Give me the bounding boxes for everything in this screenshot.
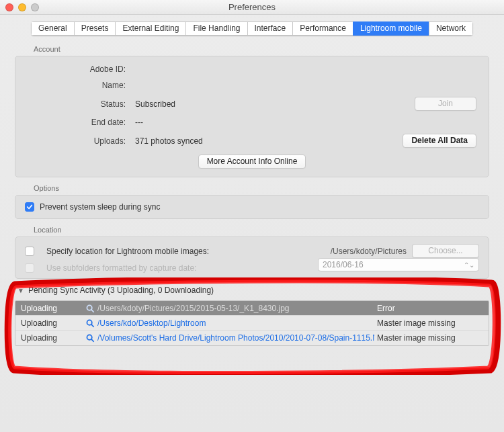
svg-line-3	[91, 324, 93, 326]
sync-row[interactable]: Uploading /Users/kdo/Desktop/Lightroom M…	[15, 316, 489, 331]
sync-status-header: Uploading	[15, 304, 83, 313]
pending-sync-title: Pending Sync Activity (3 Uploading, 0 Do…	[28, 286, 214, 295]
uploads-value: 371 photos synced	[135, 136, 355, 146]
sync-error-2: Master image missing	[374, 333, 489, 343]
sync-row[interactable]: Uploading /Volumes/Scott's Hard Drive/Li…	[15, 331, 489, 345]
location-group: Specify location for Lightroom mobile im…	[15, 236, 489, 279]
delete-all-data-button[interactable]: Delete All Data	[403, 134, 476, 148]
options-group: Prevent system sleep during sync	[15, 195, 489, 219]
tab-lightroom-mobile[interactable]: Lightroom mobile	[353, 21, 429, 36]
prevent-sleep-checkbox[interactable]	[25, 202, 34, 212]
tab-performance[interactable]: Performance	[292, 21, 353, 36]
pending-sync-header[interactable]: ▼ Pending Sync Activity (3 Uploading, 0 …	[17, 286, 489, 295]
checkmark-icon	[26, 204, 33, 210]
tab-file-handling[interactable]: File Handling	[185, 21, 247, 36]
window-title: Preferences	[228, 2, 276, 12]
magnifier-icon[interactable]	[85, 318, 95, 328]
disclosure-triangle-icon[interactable]: ▼	[17, 287, 24, 294]
prevent-sleep-label: Prevent system sleep during sync	[40, 202, 160, 212]
account-section-label: Account	[34, 45, 489, 53]
close-window-button[interactable]	[5, 3, 13, 11]
specify-location-checkbox[interactable]	[25, 247, 34, 256]
tab-network[interactable]: Network	[429, 21, 473, 36]
chevron-updown-icon: ⌃⌄	[464, 261, 474, 269]
tab-general[interactable]: General	[31, 21, 74, 36]
magnifier-icon[interactable]	[85, 304, 95, 313]
pending-sync-table: Uploading /Users/kdoty/Pictures/2015/201…	[15, 300, 489, 346]
uploads-label: Uploads:	[28, 136, 135, 146]
pending-sync-section: ▼ Pending Sync Activity (3 Uploading, 0 …	[15, 286, 489, 346]
minimize-window-button[interactable]	[18, 3, 26, 11]
sync-status-1: Uploading	[15, 318, 83, 328]
name-label: Name:	[28, 81, 135, 90]
specify-location-label: Specify location for Lightroom mobile im…	[46, 247, 280, 256]
content-area: Account Adobe ID: Name: Status: Subscrib…	[0, 45, 504, 346]
sync-error-0: Error	[374, 304, 489, 313]
sync-error-1: Master image missing	[374, 318, 489, 328]
preferences-tabstrip: General Presets External Editing File Ha…	[0, 15, 504, 41]
titlebar: Preferences	[0, 0, 504, 15]
end-date-value: ---	[135, 118, 355, 127]
use-subfolders-checkbox[interactable]	[25, 263, 34, 273]
join-button[interactable]: Join	[415, 97, 476, 111]
sync-status-2: Uploading	[15, 333, 83, 343]
account-group: Adobe ID: Name: Status: Subscribed Join …	[15, 56, 489, 177]
sync-path-0[interactable]: /Users/kdoty/Pictures/2015/2015-05-13/_K…	[97, 304, 374, 313]
end-date-label: End date:	[28, 118, 135, 127]
tab-external-editing[interactable]: External Editing	[115, 21, 185, 36]
sync-path-1[interactable]: /Users/kdo/Desktop/Lightroom	[97, 318, 374, 328]
subfolder-format-select[interactable]: 2016/06-16 ⌃⌄	[318, 258, 479, 271]
status-value: Subscribed	[135, 99, 355, 109]
status-label: Status:	[28, 99, 135, 109]
tab-interface[interactable]: Interface	[247, 21, 293, 36]
prevent-sleep-row[interactable]: Prevent system sleep during sync	[25, 202, 479, 212]
options-section-label: Options	[34, 184, 489, 192]
tab-presets[interactable]: Presets	[74, 21, 116, 36]
location-section-label: Location	[34, 226, 489, 234]
use-subfolders-label: Use subfolders formatted by capture date…	[46, 263, 280, 273]
magnifier-icon[interactable]	[85, 333, 95, 343]
tab-segmented-control: General Presets External Editing File Ha…	[31, 21, 473, 36]
more-account-info-button[interactable]: More Account Info Online	[198, 155, 306, 169]
specify-location-path: /Users/kdoty/Pictures	[286, 247, 407, 256]
svg-line-5	[91, 339, 93, 341]
zoom-window-button[interactable]	[31, 3, 39, 11]
sync-row-header[interactable]: Uploading /Users/kdoty/Pictures/2015/201…	[15, 301, 489, 316]
traffic-lights	[5, 3, 39, 11]
subfolder-format-value: 2016/06-16	[323, 260, 364, 269]
choose-location-button[interactable]: Choose...	[412, 244, 479, 258]
adobe-id-label: Adobe ID:	[28, 64, 135, 74]
preferences-window: Preferences General Presets External Edi…	[0, 0, 504, 432]
svg-line-1	[91, 309, 93, 311]
sync-path-2[interactable]: /Volumes/Scott's Hard Drive/Lightroom Ph…	[97, 333, 374, 343]
